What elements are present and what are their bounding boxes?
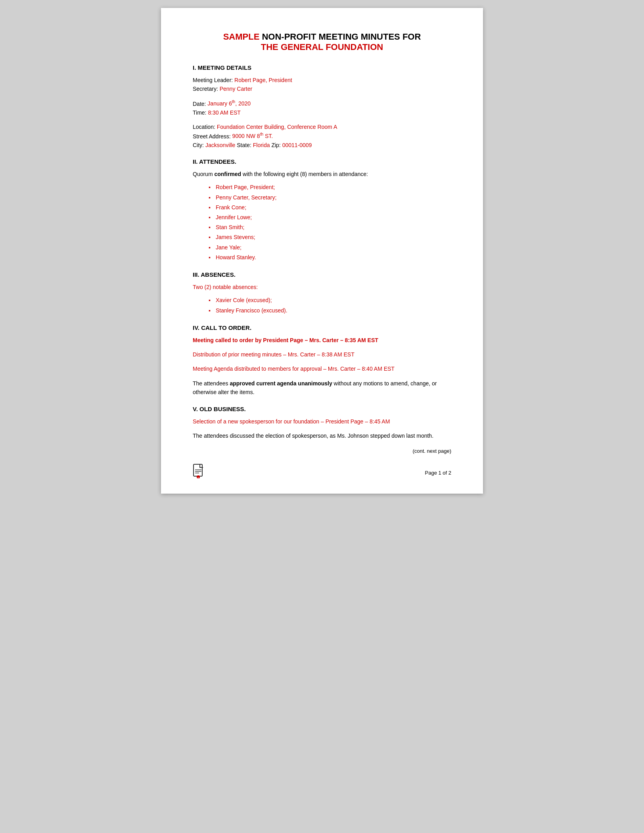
meeting-leader-block: Meeting Leader: Robert Page, President S…: [193, 76, 451, 94]
date-label: Date:: [193, 100, 207, 107]
page-footer: e Page 1 of 2: [193, 464, 451, 482]
document-icon: e: [193, 464, 205, 479]
section-attendees-heading: II. ATTENDEES.: [193, 158, 451, 165]
list-item: Robert Page, President;: [209, 182, 451, 192]
list-item: Frank Cone;: [209, 203, 451, 213]
city-label: City:: [193, 142, 205, 148]
title-sample: SAMPLE: [223, 32, 260, 42]
quorum-prefix: Quorum: [193, 171, 214, 177]
call-to-order-line3: Meeting Agenda distributed to members fo…: [193, 364, 451, 373]
section-old-business-heading: V. OLD BUSINESS.: [193, 406, 451, 412]
call-to-order-line4: The attendees approved current agenda un…: [193, 379, 451, 397]
list-item: Xavier Cole (excused);: [209, 295, 451, 305]
attendees-list: Robert Page, President; Penny Carter, Se…: [193, 182, 451, 262]
page-number: Page 1 of 2: [425, 470, 452, 476]
state-label: State:: [235, 142, 253, 148]
leader-label: Meeting Leader:: [193, 77, 234, 83]
date-value: January 6th, 2020: [207, 100, 251, 107]
zip-label: Zip:: [270, 142, 282, 148]
section-absences-heading: III. ABSENCES.: [193, 271, 451, 278]
call-to-order-line1: Meeting called to order by President Pag…: [193, 336, 451, 345]
svg-rect-0: [194, 464, 202, 476]
old-business-line1: Selection of a new spokesperson for our …: [193, 417, 451, 426]
list-item: Stan Smith;: [209, 222, 451, 232]
quorum-bold: confirmed: [214, 171, 241, 177]
quorum-text: Quorum confirmed with the following eigh…: [193, 170, 451, 178]
list-item: Jane Yale;: [209, 243, 451, 253]
absences-list: Xavier Cole (excused); Stanley Francisco…: [193, 295, 451, 315]
absences-intro: Two (2) notable absences:: [193, 283, 451, 291]
street-value: 9000 NW 8th ST.: [232, 133, 273, 139]
list-item: Penny Carter, Secretary;: [209, 193, 451, 203]
street-label: Street Address:: [193, 133, 232, 139]
secretary-value: Penny Carter: [220, 86, 252, 92]
state-value: Florida: [253, 142, 270, 148]
leader-value: Robert Page, President: [234, 77, 292, 83]
title-rest: NON-PROFIT MEETING MINUTES FOR: [259, 32, 421, 42]
list-item: Howard Stanley.: [209, 253, 451, 262]
time-label: Time:: [193, 109, 208, 116]
document-title: SAMPLE NON-PROFIT MEETING MINUTES FOR TH…: [193, 32, 451, 52]
time-value: 8:30 AM EST: [208, 109, 240, 116]
title-line2: THE GENERAL FOUNDATION: [193, 42, 451, 52]
footer-logo-icon: e: [193, 464, 205, 482]
call-to-order-line2: Distribution of prior meeting minutes – …: [193, 350, 451, 359]
date-time-block: Date: January 6th, 2020 Time: 8:30 AM ES…: [193, 99, 451, 117]
approved-prefix: The attendees: [193, 380, 230, 387]
city-value: Jacksonville: [205, 142, 235, 148]
cont-next-page: (cont. next page): [193, 448, 451, 454]
title-line1: SAMPLE NON-PROFIT MEETING MINUTES FOR: [193, 32, 451, 42]
section-call-to-order-heading: IV. CALL TO ORDER.: [193, 324, 451, 331]
list-item: Jennifer Lowe;: [209, 213, 451, 222]
list-item: James Stevens;: [209, 232, 451, 242]
quorum-suffix: with the following eight (8) members in …: [241, 171, 368, 177]
section-meeting-details-heading: I. MEETING DETAILS: [193, 64, 451, 71]
location-value: Foundation Center Building, Conference R…: [217, 124, 337, 130]
location-label: Location:: [193, 124, 217, 130]
approved-bold: approved current agenda unanimously: [230, 380, 332, 387]
secretary-label: Secretary:: [193, 86, 220, 92]
list-item: Stanley Francisco (excused).: [209, 306, 451, 316]
old-business-line2: The attendees discussed the election of …: [193, 431, 451, 440]
zip-value: 00011-0009: [282, 142, 312, 148]
document-page: SAMPLE NON-PROFIT MEETING MINUTES FOR TH…: [161, 8, 483, 494]
location-block: Location: Foundation Center Building, Co…: [193, 123, 451, 149]
